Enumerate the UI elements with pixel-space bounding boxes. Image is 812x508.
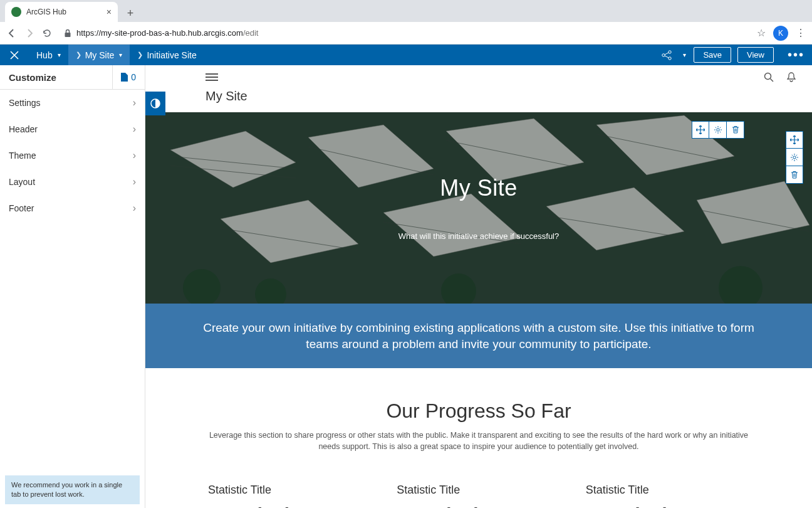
svg-point-29 bbox=[793, 156, 796, 158]
stat-value: Statistic bbox=[208, 502, 372, 508]
notifications-icon[interactable] bbox=[786, 71, 797, 83]
trash-icon bbox=[731, 125, 740, 134]
browser-tab[interactable]: ArcGIS Hub × bbox=[5, 2, 118, 22]
save-button[interactable]: Save bbox=[694, 47, 731, 63]
panel-item-label: Header bbox=[9, 124, 38, 134]
section-toolbar bbox=[786, 131, 803, 184]
side-panel: Customize 0 Settings › Header › Theme › … bbox=[0, 65, 145, 508]
site-header bbox=[145, 65, 812, 89]
back-button[interactable] bbox=[6, 28, 18, 39]
chevron-right-icon: › bbox=[133, 124, 136, 135]
gear-icon bbox=[714, 125, 722, 134]
move-row-button[interactable] bbox=[692, 121, 709, 139]
gear-icon bbox=[790, 153, 799, 162]
intro-text-section[interactable]: Create your own initiative by combining … bbox=[145, 304, 812, 368]
chevron-right-icon: › bbox=[133, 176, 136, 188]
section-settings-button[interactable] bbox=[786, 149, 803, 166]
warning-notice: We recommend you work in a single tab to… bbox=[5, 475, 140, 504]
svg-rect-0 bbox=[65, 33, 71, 37]
panel-title: Customize bbox=[9, 72, 56, 83]
reload-button[interactable] bbox=[41, 28, 53, 39]
stat-title: Statistic Title bbox=[586, 484, 749, 497]
app-topbar: Hub ▾ ❯ My Site ▾ ❯ Initiative Site ▾ Sa… bbox=[0, 45, 812, 65]
breadcrumb-label: Initiative Site bbox=[147, 50, 196, 60]
hero-section[interactable]: My Site What will this initiative achiev… bbox=[145, 112, 812, 304]
stats-row: Statistic Title Statistic Statistic Titl… bbox=[145, 465, 812, 508]
close-tab-icon[interactable]: × bbox=[107, 7, 112, 17]
forward-button[interactable] bbox=[24, 28, 35, 39]
hub-menu[interactable]: Hub ▾ bbox=[29, 45, 68, 65]
profile-avatar[interactable]: K bbox=[773, 26, 788, 41]
panel-item-theme[interactable]: Theme › bbox=[0, 142, 145, 169]
delete-row-button[interactable] bbox=[727, 121, 744, 139]
chevron-right-icon: › bbox=[133, 203, 136, 214]
row-toolbar bbox=[692, 121, 744, 139]
close-editor-button[interactable] bbox=[0, 45, 29, 65]
panel-item-header[interactable]: Header › bbox=[0, 116, 145, 142]
svg-point-3 bbox=[669, 56, 671, 59]
caret-down-icon: ▾ bbox=[683, 51, 686, 58]
panel-item-footer[interactable]: Footer › bbox=[0, 195, 145, 221]
workspace: Customize 0 Settings › Header › Theme › … bbox=[0, 65, 812, 508]
url-path: /edit bbox=[243, 28, 259, 38]
panel-item-settings[interactable]: Settings › bbox=[0, 90, 145, 116]
panel-header: Customize 0 bbox=[0, 65, 145, 90]
move-icon bbox=[790, 135, 799, 144]
browser-tab-strip: ArcGIS Hub × + bbox=[0, 0, 812, 22]
stat-card[interactable]: Statistic Title Statistic bbox=[397, 484, 560, 508]
browser-toolbar: https://my-site-prod-bas-a-hub.hub.arcgi… bbox=[0, 22, 812, 45]
svg-point-1 bbox=[662, 53, 665, 56]
browser-menu-icon[interactable]: ⋮ bbox=[796, 27, 806, 39]
bookmark-icon[interactable]: ☆ bbox=[757, 27, 766, 39]
chevron-right-icon: › bbox=[133, 150, 136, 161]
delete-section-button[interactable] bbox=[786, 166, 803, 184]
lock-icon bbox=[64, 29, 71, 38]
view-button[interactable]: View bbox=[737, 47, 774, 63]
stat-card[interactable]: Statistic Title Statistic bbox=[586, 484, 749, 508]
address-bar[interactable]: https://my-site-prod-bas-a-hub.hub.arcgi… bbox=[59, 28, 751, 38]
progress-text: Leverage this section to share progress … bbox=[203, 430, 754, 452]
favicon bbox=[11, 7, 21, 17]
sharing-menu[interactable]: ▾ bbox=[653, 45, 694, 65]
stat-value: Statistic bbox=[397, 502, 560, 508]
trash-icon bbox=[790, 171, 799, 179]
share-icon bbox=[660, 49, 673, 61]
mysite-menu[interactable]: ❯ My Site ▾ bbox=[68, 45, 130, 65]
tab-title: ArcGIS Hub bbox=[26, 8, 102, 16]
stat-title: Statistic Title bbox=[397, 484, 560, 497]
panel-item-label: Settings bbox=[9, 98, 41, 108]
panel-list: Settings › Header › Theme › Layout › Foo… bbox=[0, 90, 145, 508]
page-count: 0 bbox=[131, 72, 136, 82]
hub-label: Hub bbox=[36, 50, 53, 60]
hero-content: My Site What will this initiative achiev… bbox=[145, 112, 812, 304]
stat-card[interactable]: Statistic Title Statistic bbox=[208, 484, 372, 508]
row-settings-button[interactable] bbox=[709, 121, 727, 139]
svg-point-2 bbox=[669, 50, 671, 53]
breadcrumb-item[interactable]: ❯ Initiative Site bbox=[130, 45, 204, 65]
page-selector[interactable]: 0 bbox=[112, 65, 136, 89]
chevron-right-icon: ❯ bbox=[137, 51, 143, 59]
svg-point-28 bbox=[716, 129, 719, 131]
stat-value: Statistic bbox=[586, 502, 749, 508]
ellipsis-icon: ••• bbox=[788, 48, 804, 62]
panel-item-label: Theme bbox=[9, 151, 36, 161]
search-icon[interactable] bbox=[763, 71, 774, 83]
hamburger-menu[interactable] bbox=[206, 73, 218, 81]
progress-section[interactable]: Our Progress So Far Leverage this sectio… bbox=[145, 368, 812, 465]
canvas: My Site bbox=[145, 65, 812, 508]
contrast-icon bbox=[150, 98, 161, 109]
stat-title: Statistic Title bbox=[208, 484, 372, 497]
mysite-label: My Site bbox=[85, 50, 115, 60]
move-section-button[interactable] bbox=[786, 131, 803, 149]
panel-item-label: Layout bbox=[9, 177, 35, 187]
panel-item-layout[interactable]: Layout › bbox=[0, 169, 145, 195]
hero-subtitle: What will this initiative achieve if suc… bbox=[398, 231, 560, 241]
more-menu[interactable]: ••• bbox=[780, 45, 812, 65]
hero-title: My Site bbox=[440, 175, 518, 201]
move-icon bbox=[696, 125, 705, 134]
url-domain: https://my-site-prod-bas-a-hub.hub.arcgi… bbox=[76, 28, 243, 38]
new-tab-button[interactable]: + bbox=[122, 4, 139, 22]
chevron-right-icon: ❯ bbox=[76, 51, 81, 59]
page-icon bbox=[120, 72, 128, 82]
contrast-toggle[interactable] bbox=[145, 92, 165, 115]
